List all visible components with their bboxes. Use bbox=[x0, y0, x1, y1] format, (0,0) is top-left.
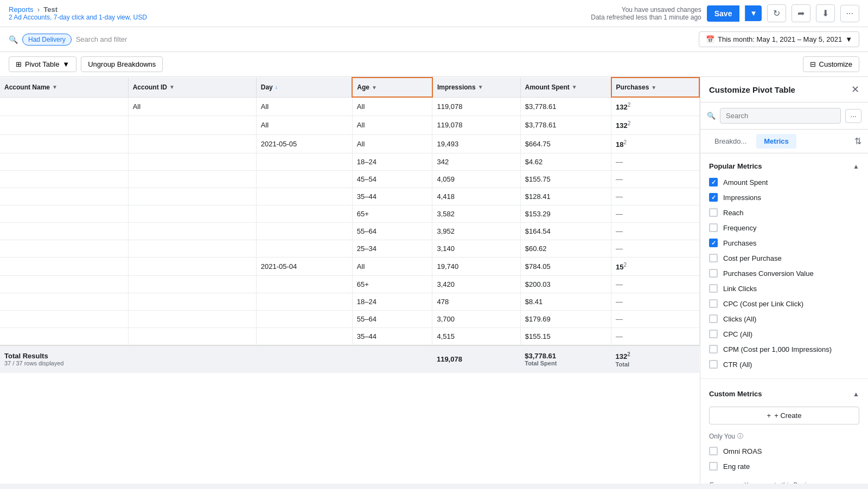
checkbox-cpm[interactable] bbox=[709, 345, 718, 353]
save-button[interactable]: Save bbox=[707, 5, 740, 22]
download-button[interactable]: ⬇ bbox=[816, 4, 835, 22]
save-dropdown-button[interactable]: ▼ bbox=[745, 5, 761, 21]
checkbox-ctr_all[interactable] bbox=[709, 360, 718, 369]
checkbox-impressions[interactable] bbox=[709, 193, 718, 202]
custom-metric-item-omni_roas[interactable]: Omni ROAS bbox=[700, 443, 868, 459]
checkbox-purchases_conversion_value[interactable] bbox=[709, 269, 718, 278]
cell-account_id bbox=[128, 276, 256, 293]
impressions-dropdown-icon[interactable]: ▼ bbox=[478, 84, 483, 90]
cell-age: 55–64 bbox=[352, 222, 432, 240]
cell-impressions: 4,059 bbox=[432, 170, 520, 188]
right-panel: Customize Pivot Table ✕ 🔍 ··· Breakdo...… bbox=[700, 77, 868, 484]
tab-metrics[interactable]: Metrics bbox=[756, 134, 796, 149]
cell-day bbox=[256, 293, 352, 311]
metric-item-cpc_cost_per_link_click[interactable]: CPC (Cost per Link Click) bbox=[700, 296, 868, 311]
checkbox-cpc_all[interactable] bbox=[709, 330, 718, 338]
cell-account_id bbox=[128, 205, 256, 222]
checkbox-cost_per_purchase[interactable] bbox=[709, 254, 718, 262]
checkbox-purchases[interactable] bbox=[709, 239, 718, 247]
metric-label-cost_per_purchase: Cost per Purchase bbox=[723, 254, 782, 262]
metric-item-cost_per_purchase[interactable]: Cost per Purchase bbox=[700, 250, 868, 266]
only-you-info-icon[interactable]: ⓘ bbox=[737, 432, 743, 440]
customize-label: Customize bbox=[819, 60, 852, 68]
cell-amount_spent: $3,778.61 bbox=[520, 97, 611, 116]
cell-amount_spent: $155.15 bbox=[520, 328, 611, 346]
account-name-dropdown-icon[interactable]: ▼ bbox=[52, 84, 58, 90]
create-label: + Create bbox=[774, 411, 801, 420]
close-panel-button[interactable]: ✕ bbox=[851, 83, 859, 95]
sort-metrics-button[interactable]: ⇅ bbox=[854, 136, 861, 146]
custom-metrics-header[interactable]: Custom Metrics ▲ bbox=[700, 385, 868, 402]
account-id-dropdown-icon[interactable]: ▼ bbox=[169, 84, 175, 90]
checkbox-reach[interactable] bbox=[709, 208, 718, 217]
table-row: 2021-05-05All19,493$664.75182 bbox=[0, 134, 699, 153]
breadcrumb-top: Reports › Test bbox=[9, 5, 147, 14]
col-header-impressions: Impressions ▼ bbox=[432, 78, 520, 97]
breadcrumb-reports-link[interactable]: Reports bbox=[9, 5, 34, 14]
purchases-dropdown-icon[interactable]: ▼ bbox=[651, 85, 656, 91]
pivot-dropdown-icon: ▼ bbox=[62, 60, 69, 68]
panel-header: Customize Pivot Table ✕ bbox=[700, 77, 868, 102]
table-row: 55–643,952$164.54— bbox=[0, 222, 699, 240]
metric-item-cpc_all[interactable]: CPC (All) bbox=[700, 326, 868, 342]
cell-purchases: 182 bbox=[611, 134, 699, 153]
ungroup-button[interactable]: Ungroup Breakdowns bbox=[81, 56, 163, 72]
popular-metrics-header[interactable]: Popular Metrics ▲ bbox=[700, 158, 868, 175]
metric-item-clicks_all[interactable]: Clicks (All) bbox=[700, 311, 868, 326]
metric-item-ctr_all[interactable]: CTR (All) bbox=[700, 357, 868, 372]
checkbox-clicks_all[interactable] bbox=[709, 314, 718, 323]
customize-button[interactable]: ⊟ Customize bbox=[803, 56, 859, 72]
popular-metrics-section: Popular Metrics ▲ Amount SpentImpression… bbox=[700, 153, 868, 376]
metric-item-reach[interactable]: Reach bbox=[700, 205, 868, 220]
metrics-list: Amount SpentImpressionsReachFrequencyPur… bbox=[700, 175, 868, 372]
cell-day: All bbox=[256, 116, 352, 134]
table-row: 35–444,515$155.15— bbox=[0, 328, 699, 346]
cell-purchases: — bbox=[611, 170, 699, 188]
amount-dropdown-icon[interactable]: ▼ bbox=[572, 84, 577, 90]
tab-breakdowns[interactable]: Breakdo... bbox=[707, 134, 754, 149]
metric-item-purchases[interactable]: Purchases bbox=[700, 235, 868, 250]
cell-account_name bbox=[0, 276, 128, 293]
cell-age: 45–54 bbox=[352, 170, 432, 188]
cell-account_name bbox=[0, 222, 128, 240]
metric-label-clicks_all: Clicks (All) bbox=[723, 315, 756, 323]
cell-account_name bbox=[0, 311, 128, 328]
more-options-button[interactable]: ··· bbox=[840, 5, 859, 22]
metric-item-purchases_conversion_value[interactable]: Purchases Conversion Value bbox=[700, 266, 868, 281]
metric-item-cpm[interactable]: CPM (Cost per 1,000 Impressions) bbox=[700, 342, 868, 357]
cell-day bbox=[256, 222, 352, 240]
age-dropdown-icon[interactable]: ▼ bbox=[372, 85, 377, 91]
cell-age: All bbox=[352, 134, 432, 153]
custom-metric-item-eng_rate[interactable]: Eng rate bbox=[700, 459, 868, 474]
refresh-button[interactable]: ↻ bbox=[767, 4, 786, 22]
metric-item-frequency[interactable]: Frequency bbox=[700, 220, 868, 235]
custom-checkbox-omni_roas[interactable] bbox=[709, 447, 718, 455]
cell-purchases: — bbox=[611, 205, 699, 222]
pivot-table-button[interactable]: ⊞ Pivot Table ▼ bbox=[9, 56, 76, 72]
date-picker[interactable]: 📅 This month: May 1, 2021 – May 5, 2021 … bbox=[699, 31, 859, 47]
col-header-day: Day ↓ bbox=[256, 78, 352, 97]
custom-checkbox-eng_rate[interactable] bbox=[709, 462, 718, 471]
cell-amount_spent: $3,778.61 bbox=[520, 116, 611, 134]
checkbox-amount_spent[interactable] bbox=[709, 178, 718, 186]
day-sort-icon[interactable]: ↓ bbox=[275, 84, 278, 90]
cell-day: 2021-05-04 bbox=[256, 257, 352, 275]
search-placeholder[interactable]: Search and filter bbox=[76, 35, 127, 43]
checkbox-frequency[interactable] bbox=[709, 223, 718, 232]
table-row: 45–544,059$155.75— bbox=[0, 170, 699, 188]
share-button[interactable]: ➦ bbox=[792, 4, 810, 22]
filter-tag[interactable]: Had Delivery bbox=[22, 34, 72, 46]
cell-day bbox=[256, 153, 352, 170]
checkbox-link_clicks[interactable] bbox=[709, 284, 718, 293]
panel-search-input[interactable] bbox=[720, 108, 841, 124]
metric-item-link_clicks[interactable]: Link Clicks bbox=[700, 281, 868, 296]
date-range-text: This month: May 1, 2021 – May 5, 2021 bbox=[718, 35, 842, 43]
panel-more-button[interactable]: ··· bbox=[845, 109, 861, 123]
metric-item-amount_spent[interactable]: Amount Spent bbox=[700, 175, 868, 190]
panel-tabs: Breakdo... Metrics ⇅ bbox=[700, 130, 868, 153]
create-metric-button[interactable]: + + Create bbox=[709, 407, 859, 424]
metric-item-impressions[interactable]: Impressions bbox=[700, 190, 868, 205]
footer-amount: $3,778.61 Total Spent bbox=[520, 345, 611, 372]
cell-purchases: — bbox=[611, 222, 699, 240]
checkbox-cpc_cost_per_link_click[interactable] bbox=[709, 299, 718, 308]
